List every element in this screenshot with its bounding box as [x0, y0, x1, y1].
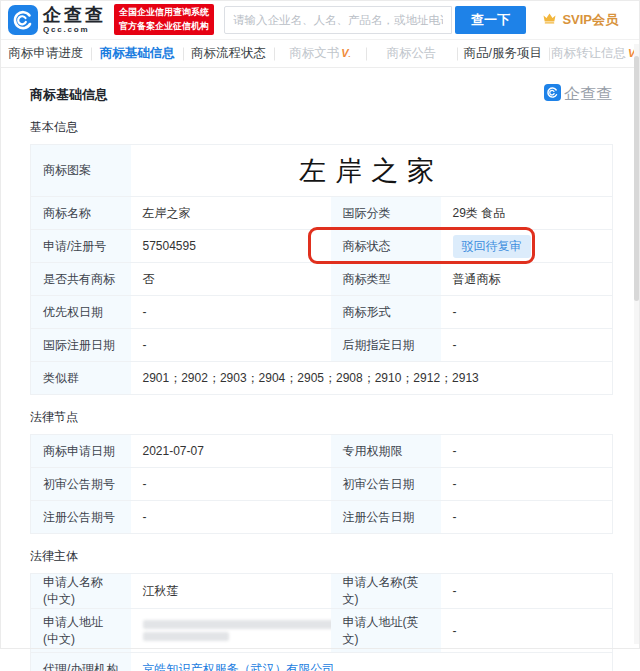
table-row: 商标图案 左岸之家 — [31, 145, 613, 197]
field-label: 优先权日期 — [31, 296, 131, 329]
applicant-address-cn-masked — [131, 609, 331, 653]
exclusive-period-value: - — [441, 435, 613, 468]
search-bar: 查一下 — [224, 6, 526, 34]
applicant-name-en-value: - — [441, 574, 613, 609]
table-row: 商标名称 左岸之家 国际分类 29类 食品 — [31, 197, 613, 230]
credit-system-badge: 全国企业信用查询系统 官方备案企业征信机构 — [114, 4, 214, 35]
basic-info-table: 商标图案 左岸之家 商标名称 左岸之家 国际分类 29类 食品 申请/注册号 5… — [30, 144, 613, 395]
tab-trademark-progress[interactable]: 商标申请进度 — [0, 40, 91, 67]
masked-text-bar — [143, 632, 229, 641]
table-row: 商标申请日期 2021-07-07 专用权期限 - — [31, 435, 613, 468]
svip-label: SVIP会员 — [562, 11, 618, 29]
tab-goods-services[interactable]: 商品/服务项目 — [457, 40, 548, 67]
registration-number-value: 57504595 — [131, 230, 331, 263]
trademark-tab-bar: 商标申请进度 商标基础信息 商标流程状态 商标文书 V. 商标公告 商品/服务项… — [0, 40, 640, 68]
table-row: 国际注册日期 - 后期指定日期 - — [31, 329, 613, 362]
similar-group-value: 2901；2902；2903；2904；2905；2908；2910；2912；… — [131, 362, 613, 395]
tab-trademark-transfer[interactable]: 商标转让信息 V. — [549, 40, 640, 67]
scrollbar-thumb[interactable] — [634, 56, 639, 301]
field-label: 初审公告日期 — [331, 468, 441, 501]
qcc-watermark-icon — [544, 84, 561, 105]
table-row: 注册公告期号 - 注册公告日期 - — [31, 501, 613, 534]
field-label: 后期指定日期 — [331, 329, 441, 362]
applicant-name-cn-value: 江秋莲 — [131, 574, 331, 609]
field-label: 注册公告期号 — [31, 501, 131, 534]
badge-line2: 官方备案企业征信机构 — [119, 20, 209, 34]
co-owned-value: 否 — [131, 263, 331, 296]
section-legal-entity-heading: 法律主体 — [30, 548, 612, 565]
reg-announce-date-value: - — [441, 501, 613, 534]
tab-trademark-basic-info[interactable]: 商标基础信息 — [91, 40, 182, 67]
field-label: 商标类型 — [331, 263, 441, 296]
intl-reg-date-value: - — [131, 329, 331, 362]
field-label: 商标名称 — [31, 197, 131, 230]
search-input[interactable] — [224, 6, 452, 34]
later-designated-date-value: - — [441, 329, 613, 362]
field-label: 申请人地址(英文) — [331, 609, 441, 653]
field-label: 申请人名称(英文) — [331, 574, 441, 609]
intl-class-value: 29类 食品 — [441, 197, 613, 230]
reg-announce-issue-value: - — [131, 501, 331, 534]
agency-cell: 京皓知识产权服务（武汉）有限公司 — [131, 653, 613, 671]
qcc-logo-icon[interactable] — [8, 5, 38, 35]
table-row: 初审公告期号 - 初审公告日期 - — [31, 468, 613, 501]
first-trial-issue-value: - — [131, 468, 331, 501]
table-row: 类似群 2901；2902；2903；2904；2905；2908；2910；2… — [31, 362, 613, 395]
field-label: 商标申请日期 — [31, 435, 131, 468]
trademark-form-value: - — [441, 296, 613, 329]
field-label: 是否共有商标 — [31, 263, 131, 296]
field-label: 申请/注册号 — [31, 230, 131, 263]
main-content: 商标基础信息 企查查 基本信息 商标图案 左岸之家 商标名称 左岸之家 国际分类… — [0, 84, 640, 671]
section-legal-nodes-heading: 法律节点 — [30, 409, 612, 426]
search-button[interactable]: 查一下 — [455, 6, 526, 34]
field-label: 国际分类 — [331, 197, 441, 230]
applicant-address-en-value: - — [441, 609, 613, 653]
mark-image-label: 商标图案 — [31, 145, 131, 197]
trademark-status-cell: 驳回待复审 — [441, 230, 613, 263]
qcc-watermark: 企查查 — [544, 84, 612, 105]
vip-v-icon: V. — [341, 48, 351, 59]
legal-nodes-table: 商标申请日期 2021-07-07 专用权期限 - 初审公告期号 - 初审公告日… — [30, 434, 613, 534]
field-label: 初审公告期号 — [31, 468, 131, 501]
table-row: 申请人地址(中文) 申请人地址(英文) - — [31, 609, 613, 653]
trademark-name-value: 左岸之家 — [131, 197, 331, 230]
application-date-value: 2021-07-07 — [131, 435, 331, 468]
top-header: 企查查 Qcc.com 全国企业信用查询系统 官方备案企业征信机构 查一下 SV… — [0, 0, 640, 40]
field-label: 申请人地址(中文) — [31, 609, 131, 653]
first-trial-date-value: - — [441, 468, 613, 501]
table-row: 是否共有商标 否 商标类型 普通商标 — [31, 263, 613, 296]
tab-trademark-flow-status[interactable]: 商标流程状态 — [183, 40, 274, 67]
table-row: 申请/注册号 57504595 商标状态 驳回待复审 — [31, 230, 613, 263]
field-label: 国际注册日期 — [31, 329, 131, 362]
table-row: 优先权日期 - 商标形式 - — [31, 296, 613, 329]
priority-date-value: - — [131, 296, 331, 329]
vertical-scrollbar[interactable] — [634, 44, 639, 644]
field-label: 注册公告日期 — [331, 501, 441, 534]
field-label: 商标形式 — [331, 296, 441, 329]
trademark-status-label: 商标状态 — [331, 230, 441, 263]
tab-trademark-documents[interactable]: 商标文书 V. — [274, 40, 365, 67]
status-badge[interactable]: 驳回待复审 — [453, 235, 531, 258]
field-label: 类似群 — [31, 362, 131, 395]
section-basic-info-heading: 基本信息 — [30, 119, 612, 136]
badge-line1: 全国企业信用查询系统 — [119, 6, 209, 20]
agency-link[interactable]: 京皓知识产权服务（武汉）有限公司 — [143, 662, 335, 671]
crown-icon — [542, 12, 557, 27]
tab-trademark-announcement[interactable]: 商标公告 — [366, 40, 457, 67]
watermark-brand-text: 企查查 — [564, 84, 612, 105]
trademark-image-text: 左岸之家 — [131, 145, 613, 197]
table-row: 代理/办理机构 京皓知识产权服务（武汉）有限公司 — [31, 653, 613, 671]
brand-name: 企查查 — [43, 6, 106, 24]
masked-text-bar — [143, 620, 331, 629]
field-label: 代理/办理机构 — [31, 653, 131, 671]
brand-block[interactable]: 企查查 Qcc.com — [43, 6, 106, 34]
brand-domain: Qcc.com — [43, 26, 106, 34]
legal-entity-table: 申请人名称(中文) 江秋莲 申请人名称(英文) - 申请人地址(中文) 申请人地… — [30, 573, 613, 671]
svip-link[interactable]: SVIP会员 — [542, 11, 628, 29]
table-row: 申请人名称(中文) 江秋莲 申请人名称(英文) - — [31, 574, 613, 609]
field-label: 专用权期限 — [331, 435, 441, 468]
page-title: 商标基础信息 — [30, 86, 108, 104]
trademark-type-value: 普通商标 — [441, 263, 613, 296]
field-label: 申请人名称(中文) — [31, 574, 131, 609]
